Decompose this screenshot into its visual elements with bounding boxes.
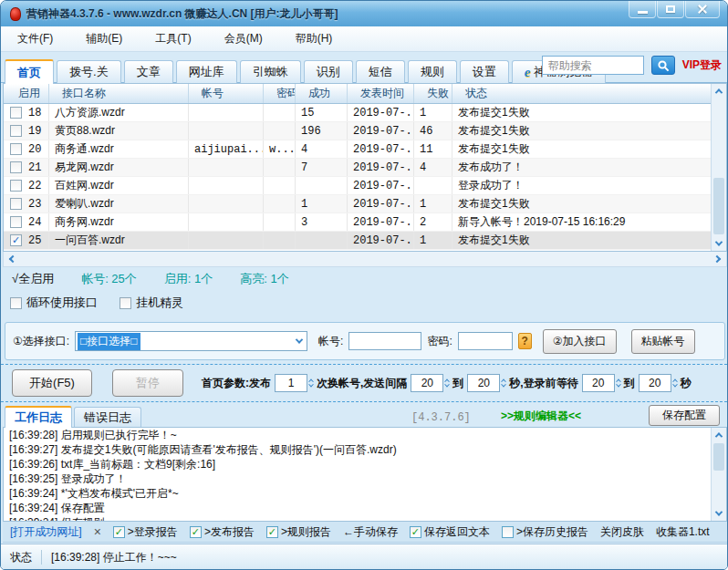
help-search-input[interactable] <box>542 56 644 75</box>
log-scrollbar-thumb[interactable] <box>713 443 724 471</box>
menu-item-3[interactable]: 会员(M) <box>221 28 266 49</box>
menu-item-2[interactable]: 工具(T) <box>151 28 194 49</box>
spinner-input[interactable]: 20 <box>411 374 449 392</box>
tab-6[interactable]: 短信 <box>356 60 405 83</box>
minimize-button[interactable] <box>629 1 656 18</box>
row-enable-checkbox[interactable] <box>10 125 22 137</box>
spinner-arrows[interactable] <box>617 378 620 388</box>
start-button[interactable]: 开始(F5) <box>12 369 92 397</box>
column-header-3[interactable]: 密码 <box>264 84 296 103</box>
search-button[interactable] <box>651 56 675 75</box>
column-header-4[interactable]: 成功 <box>296 84 348 103</box>
spinner-arrows[interactable] <box>673 378 677 388</box>
scroll-up-icon[interactable] <box>712 84 726 98</box>
table-row[interactable]: 21易龙网.wzdr72019-07-...4发布成功了！ <box>4 159 726 177</box>
save-history-report-checkbox[interactable] <box>502 526 514 538</box>
spinner-value[interactable]: 20 <box>467 374 500 392</box>
column-header-7[interactable]: 状态 <box>452 84 726 103</box>
pause-button[interactable]: 暂停 <box>112 369 183 397</box>
table-horizontal-scrollbar[interactable] <box>3 252 727 267</box>
spinner-arrows[interactable] <box>502 378 505 388</box>
spinner-input[interactable]: 1 <box>275 374 313 392</box>
login-report-checkbox[interactable]: ✓ <box>113 526 125 538</box>
spinner-down-icon[interactable] <box>672 382 678 388</box>
interface-select[interactable]: □接口选择□ <box>75 331 307 351</box>
spinner-down-icon[interactable] <box>445 382 451 388</box>
column-header-0[interactable]: 启用 <box>4 84 49 103</box>
chevron-down-icon[interactable] <box>291 338 307 344</box>
close-skin[interactable]: 关闭皮肤 <box>600 524 644 540</box>
scroll-right-icon[interactable] <box>710 252 724 266</box>
rule-editor-link[interactable]: >>规则编辑器<< <box>501 409 581 424</box>
clear-icon[interactable]: × <box>94 524 101 539</box>
maximize-button[interactable] <box>657 1 684 18</box>
spinner-input[interactable]: 20 <box>582 374 620 392</box>
tab-8[interactable]: 设置 <box>460 60 509 83</box>
rule-report-checkbox[interactable]: ✓ <box>266 526 278 538</box>
row-enable-checkbox[interactable]: ✓ <box>10 234 22 246</box>
row-enable-checkbox[interactable] <box>10 216 22 228</box>
spinner-value[interactable]: 1 <box>275 374 307 392</box>
save-return-text-checkbox[interactable]: ✓ <box>410 526 421 538</box>
tab-0[interactable]: 首页 <box>5 59 54 84</box>
option-1[interactable]: 挂机精灵 <box>120 295 183 311</box>
spinner-arrows[interactable] <box>309 378 313 388</box>
option-checkbox[interactable] <box>120 297 131 309</box>
option-0[interactable]: 循环使用接口 <box>10 295 98 311</box>
publish-report[interactable]: ✓>发布报告 <box>190 524 255 540</box>
row-enable-checkbox[interactable] <box>10 107 22 119</box>
password-input[interactable] <box>458 332 513 350</box>
select-all-toggle[interactable]: √全启用 <box>12 271 54 287</box>
tab-5[interactable]: 识别 <box>304 60 353 83</box>
log-vertical-scrollbar[interactable] <box>711 428 726 521</box>
scroll-left-icon[interactable] <box>5 252 20 266</box>
table-row[interactable]: 24商务网.wzdr32019-07-...2新导入帐号！2019-07-15 … <box>4 213 726 232</box>
vip-login-link[interactable]: VIP登录 <box>682 57 722 73</box>
menu-item-1[interactable]: 辅助(E) <box>82 28 126 49</box>
column-header-6[interactable]: 失败 <box>414 84 452 103</box>
tab-2[interactable]: 文章 <box>124 60 173 83</box>
table-row[interactable]: ✓25一问百答.wzdr2019-07-...1发布提交1失败 <box>4 232 726 250</box>
table-row[interactable]: 20商务通.wzdraijiupai...w...42019-07-...11发… <box>4 140 726 159</box>
account-input[interactable] <box>348 332 421 350</box>
log-scroll-up-icon[interactable] <box>712 428 726 442</box>
scroll-down-icon[interactable] <box>712 236 726 251</box>
column-header-1[interactable]: 接口名称 <box>49 84 189 103</box>
rule-report[interactable]: ✓>规则报告 <box>266 524 331 540</box>
menu-item-0[interactable]: 文件(F) <box>14 28 57 49</box>
spinner-value[interactable]: 20 <box>582 374 615 392</box>
spinner-down-icon[interactable] <box>502 382 507 388</box>
table-row[interactable]: 22百姓网.wzdr2019-07-...登录成功了！ <box>4 177 726 195</box>
log-tab-0[interactable]: 工作日志 <box>5 406 72 428</box>
close-button[interactable] <box>685 1 720 18</box>
save-history-report[interactable]: >保存历史报告 <box>502 524 588 540</box>
spinner-down-icon[interactable] <box>308 382 314 388</box>
tab-4[interactable]: 引蜘蛛 <box>240 60 301 83</box>
log-tab-1[interactable]: 错误日志 <box>74 407 141 427</box>
table-row[interactable]: 19黄页88.wzdr1962019-07-...46发布提交1失败 <box>4 122 726 140</box>
tab-1[interactable]: 拨号.关 <box>57 60 121 83</box>
option-checkbox[interactable] <box>10 297 22 309</box>
save-return-text[interactable]: ✓保存返回文本 <box>410 524 490 540</box>
spinner-input[interactable]: 20 <box>639 374 677 392</box>
title-bar[interactable]: 营销神器4.3.7.6 - www.wzdr.cn 微赚达人.CN [用户:龙儿… <box>1 1 727 26</box>
publish-report-checkbox[interactable]: ✓ <box>190 526 202 538</box>
row-enable-checkbox[interactable] <box>10 198 22 210</box>
paste-account-button[interactable]: 粘贴帐号 <box>631 329 695 354</box>
spinner-input[interactable]: 20 <box>467 374 505 392</box>
log-scroll-down-icon[interactable] <box>712 506 726 521</box>
login-report[interactable]: ✓>登录报告 <box>113 524 178 540</box>
row-enable-checkbox[interactable] <box>10 143 22 155</box>
column-header-2[interactable]: 帐号 <box>189 84 264 103</box>
collector-file[interactable]: 收集器1.txt <box>656 524 710 540</box>
manual-save[interactable]: ←手动保存 <box>343 524 398 540</box>
add-interface-button[interactable]: ②加入接口 <box>543 329 617 354</box>
save-config-button[interactable]: 保存配置 <box>649 405 720 426</box>
table-row[interactable]: 18八方资源.wzdr152019-07-...1发布提交1失败 <box>4 104 726 122</box>
spinner-value[interactable]: 20 <box>411 374 443 392</box>
column-header-5[interactable]: 发表时间 <box>348 84 414 103</box>
spinner-down-icon[interactable] <box>616 382 621 388</box>
spinner-value[interactable]: 20 <box>639 374 671 392</box>
tab-7[interactable]: 规则 <box>408 60 457 83</box>
tab-3[interactable]: 网址库 <box>176 60 237 83</box>
